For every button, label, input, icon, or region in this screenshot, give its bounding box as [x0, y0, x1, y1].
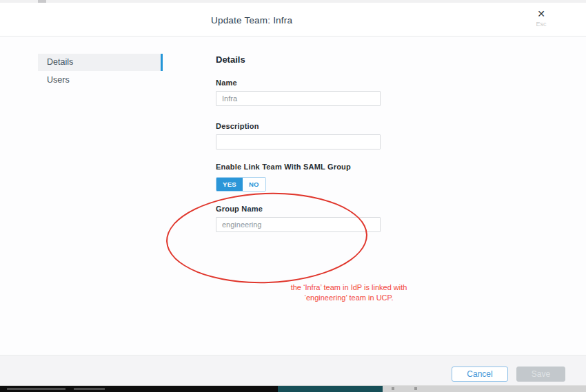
modal-header: Update Team: Infra ✕ Esc: [0, 3, 586, 37]
saml-toggle-no-button[interactable]: NO: [243, 178, 265, 191]
esc-hint-label: Esc: [529, 20, 553, 28]
sidebar-item-label: Details: [47, 57, 73, 67]
background-terminal-strip: [0, 386, 278, 392]
saml-toggle: YES NO: [216, 177, 266, 192]
group-name-label: Group Name: [216, 205, 263, 213]
annotation-line-1: the ‘Infra’ team in IdP is linked with: [276, 282, 422, 293]
background-strip-mark: [392, 387, 394, 390]
annotation-line-2: ‘engineering’ team in UCP.: [276, 293, 422, 303]
group-name-input[interactable]: [216, 217, 381, 232]
modal-body: Details Users Details Name Description E…: [0, 37, 586, 355]
saml-toggle-label: Enable Link Team With SAML Group: [216, 163, 351, 171]
annotation-ellipse: [165, 189, 369, 287]
close-button[interactable]: ✕ Esc: [529, 8, 553, 34]
sidebar-item-details[interactable]: Details: [38, 54, 163, 71]
active-tab-indicator: [161, 54, 163, 71]
background-strip-mark: [414, 387, 417, 390]
section-title: Details: [216, 54, 245, 65]
annotation-text: the ‘Infra’ team in IdP is linked with ‘…: [276, 282, 422, 303]
cancel-button[interactable]: Cancel: [452, 367, 508, 382]
background-bottom-strip: [0, 386, 586, 392]
saml-toggle-yes-button[interactable]: YES: [216, 178, 243, 191]
sidebar-item-users[interactable]: Users: [38, 72, 163, 89]
modal-footer: Cancel Save: [0, 355, 586, 386]
terminal-text-sliver: [74, 388, 105, 390]
name-input[interactable]: [216, 91, 381, 106]
save-button[interactable]: Save: [516, 367, 565, 382]
terminal-text-sliver: [7, 388, 65, 390]
description-input[interactable]: [216, 134, 381, 149]
update-team-modal: Update Team: Infra ✕ Esc Details Users D…: [0, 0, 586, 392]
name-label: Name: [216, 79, 237, 87]
description-label: Description: [216, 122, 259, 130]
close-icon[interactable]: ✕: [529, 8, 553, 19]
sidebar-item-label: Users: [47, 75, 70, 85]
background-teal-strip: [278, 386, 383, 392]
modal-title: Update Team: Infra: [211, 15, 292, 25]
